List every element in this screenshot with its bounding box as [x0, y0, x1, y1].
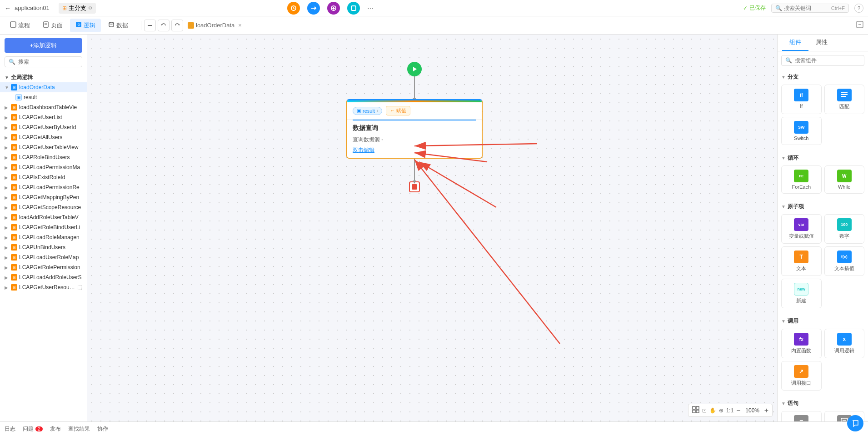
comp-assign[interactable]: = 赋值: [781, 411, 822, 421]
comp-if[interactable]: if If: [781, 85, 822, 114]
breadcrumb-tab[interactable]: loadOrderData ×: [188, 22, 242, 29]
comp-call-api[interactable]: ↗ 调用接口: [781, 361, 822, 391]
icon-orange[interactable]: [287, 2, 300, 15]
var-icon: var: [794, 218, 808, 231]
bottom-tab-log[interactable]: 日志: [5, 425, 15, 433]
sidebar-item-loadPermissionRe[interactable]: ▶ ⊟ LCAPLoadPermissionRe: [0, 182, 87, 192]
data-query-card[interactable]: ▣ result › ← 赋值 数据查询 查询数据源 - 双击编辑: [346, 99, 483, 159]
collapse-btn[interactable]: [144, 20, 156, 31]
bottom-tab-collab[interactable]: 协作: [97, 425, 108, 433]
sidebar-item-getUserByUserId[interactable]: ▶ ⊟ LCAPGetUserByUserId: [0, 122, 87, 132]
sidebar-item-loadOrderData[interactable]: ▼ ⊟ loadOrderData: [0, 82, 87, 92]
sidebar-item-loadDashboard[interactable]: ▶ ⊟ loadDashboardTableVie: [0, 102, 87, 112]
sidebar-item-getScopeResource[interactable]: ▶ ⊟ LCAPGetScopeResource: [0, 202, 87, 212]
redo-btn[interactable]: [171, 20, 183, 31]
section-call-header[interactable]: ▼ 调用: [781, 316, 864, 327]
tab-flow[interactable]: 流程: [5, 19, 35, 32]
connector-end: [414, 159, 415, 181]
loop-arrow: ▼: [781, 155, 786, 160]
undo-btn[interactable]: [158, 20, 170, 31]
sidebar-item-isExistRoleId[interactable]: ▶ ⊟ LCAPIsExistRoleId: [0, 172, 87, 182]
top-bar-icons: ···: [287, 2, 373, 15]
search-input[interactable]: [784, 5, 829, 11]
sidebar-item-getUserTableView[interactable]: ▶ ⊟ LCAPGetUserTableView: [0, 142, 87, 152]
card-edit-link[interactable]: 双击编辑: [353, 146, 476, 154]
section-statement-header[interactable]: ▼ 语句: [781, 398, 864, 409]
tab-components[interactable]: 组件: [782, 35, 808, 51]
icon-getusertableview: ⊟: [11, 144, 17, 150]
bottom-tab-find[interactable]: 查找结果: [68, 425, 90, 433]
bottom-tab-issues[interactable]: 问题 2: [23, 425, 43, 433]
comp-new[interactable]: new 新建: [781, 279, 822, 308]
section-loop: ▼ 循环 FE ForEach W While: [778, 150, 868, 199]
sidebar-item-addRoleUserTableV[interactable]: ▶ ⊟ loadAddRoleUserTableV: [0, 212, 87, 222]
top-bar-right: ✓ 已保存 🔍 Ctrl+F ?: [743, 4, 863, 13]
zoom-minus-btn[interactable]: −: [736, 406, 740, 415]
comp-while[interactable]: W While: [824, 165, 865, 194]
align-btn[interactable]: ⊕: [719, 407, 723, 414]
fit-view-btn[interactable]: [692, 406, 699, 415]
zoom-plus-btn[interactable]: +: [764, 406, 768, 415]
sidebar-search-input[interactable]: [18, 59, 86, 65]
comp-call-logic[interactable]: x 调用逻辑: [824, 329, 865, 358]
arrow-icon: ▼: [5, 85, 9, 90]
branch-selector[interactable]: ⊞ 主分支 ⚙: [59, 3, 96, 14]
svg-rect-28: [841, 92, 848, 93]
comp-text-interp[interactable]: f(x) 文本插值: [824, 246, 865, 276]
breadcrumb-close[interactable]: ×: [238, 22, 242, 29]
sidebar-item-unBindUsers[interactable]: ▶ ⊟ LCAPUnBindUsers: [0, 242, 87, 252]
edit-toolbar: [144, 20, 183, 31]
icon-blue[interactable]: [307, 2, 320, 15]
hand-tool-btn[interactable]: ✋: [709, 407, 716, 414]
tree-root-label[interactable]: ▼ 全局逻辑: [0, 71, 87, 82]
more-options[interactable]: ···: [367, 4, 373, 12]
result-icon: ▣: [15, 94, 22, 100]
fit-btn[interactable]: ⊡: [702, 407, 707, 414]
comp-var[interactable]: var 变量或赋值: [781, 214, 822, 244]
section-branch: ▼ 分支 if If 匹配 SW: [778, 70, 868, 150]
start-node[interactable]: [407, 62, 422, 76]
comp-number[interactable]: 100 数字: [824, 214, 865, 244]
section-call: ▼ 调用 fx 内置函数 x 调用逻辑 ↗ 调用接口: [778, 314, 868, 396]
comp-match[interactable]: 匹配: [824, 85, 865, 114]
icon-getrolebinduser: ⊟: [11, 224, 17, 231]
help-button[interactable]: ?: [854, 4, 863, 13]
comp-foreach[interactable]: FE ForEach: [781, 165, 822, 194]
right-expand-btn[interactable]: [856, 21, 868, 30]
tab-properties[interactable]: 属性: [808, 35, 835, 51]
sidebar-item-roleBindUsers[interactable]: ▶ ⊟ LCAPRoleBindUsers: [0, 152, 87, 162]
sidebar-item-getMappingByPen[interactable]: ▶ ⊟ LCAPGetMappingByPen: [0, 192, 87, 202]
tab-page[interactable]: 页面: [37, 19, 68, 32]
bottom-tab-publish[interactable]: 发布: [50, 425, 61, 433]
comp-text[interactable]: T 文本: [781, 246, 822, 276]
sidebar-item-result[interactable]: ▣ result: [11, 92, 87, 102]
sidebar-item-getRolePermission[interactable]: ▶ ⊟ LCAPGetRolePermission: [0, 262, 87, 272]
icon-purple[interactable]: [327, 2, 340, 15]
sidebar-item-getUserList[interactable]: ▶ ⊟ LCAPGetUserList: [0, 112, 87, 122]
add-logic-button[interactable]: +添加逻辑: [5, 38, 82, 53]
tab-logic[interactable]: ⚙ 逻辑: [70, 19, 101, 32]
section-loop-header[interactable]: ▼ 循环: [781, 152, 864, 164]
sidebar-item-loadAddRoleUserS[interactable]: ▶ ⊟ LCAPLoadAddRoleUserS: [0, 272, 87, 282]
component-search-input[interactable]: [795, 57, 863, 64]
sidebar-item-loadUserRoleMap[interactable]: ▶ ⊟ LCAPLoadUserRoleMap: [0, 252, 87, 262]
sidebar-item-loadRoleManagen[interactable]: ▶ ⊟ LCAPLoadRoleManagen: [0, 232, 87, 242]
assign-badge[interactable]: ← 赋值: [386, 106, 410, 115]
comp-switch[interactable]: SW Switch: [781, 117, 822, 145]
sidebar-item-getRoleBindUserLi[interactable]: ▶ ⊟ LCAPGetRoleBindUserLi: [0, 222, 87, 232]
icon-cyan[interactable]: [347, 2, 360, 15]
sidebar-item-getAllUsers[interactable]: ▶ ⊟ LCAPGetAllUsers: [0, 132, 87, 142]
canvas-area[interactable]: ▣ result › ← 赋值 数据查询 查询数据源 - 双击编辑: [87, 35, 777, 421]
saved-status: ✓ 已保存: [743, 4, 766, 12]
comp-builtin-func[interactable]: fx 内置函数: [781, 329, 822, 358]
svg-rect-29: [841, 94, 848, 95]
tab-data[interactable]: 数据: [103, 19, 134, 32]
section-branch-header[interactable]: ▼ 分支: [781, 71, 864, 83]
back-button[interactable]: ←: [5, 5, 11, 12]
search-bar[interactable]: 🔍 Ctrl+F: [771, 4, 849, 13]
chat-bubble-button[interactable]: [847, 415, 863, 431]
sidebar-item-getUserResources[interactable]: ▶ ⊟ LCAPGetUserResources ⬚: [0, 282, 87, 292]
sidebar-item-loadPermissionMa[interactable]: ▶ ⊟ LCAPLoadPermissionMa: [0, 162, 87, 172]
section-atom-header[interactable]: ▼ 原子项: [781, 201, 864, 212]
result-badge[interactable]: ▣ result ›: [353, 107, 382, 115]
